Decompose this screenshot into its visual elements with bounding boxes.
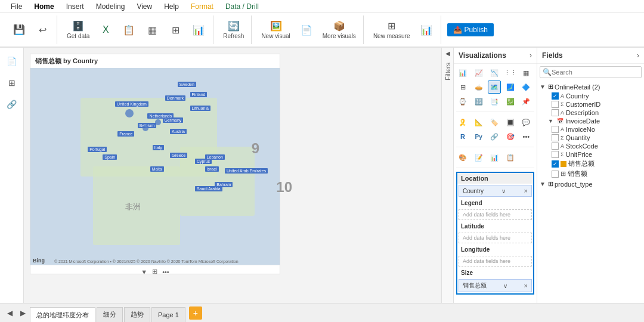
viz-custom-1-icon[interactable]: 🔗 [488,130,501,143]
location-remove-icon[interactable]: × [524,187,528,194]
viz-format-icon[interactable]: 📝 [472,151,485,164]
grid-button[interactable]: ⊞ [165,23,186,38]
field-sales-total[interactable]: 销售总额 [537,159,644,169]
map-marker-fi[interactable]: Finland [190,92,208,97]
viz-fields-icon[interactable]: 📋 [504,151,517,164]
menu-file[interactable]: File [5,1,28,12]
visualizations-expand[interactable]: › [530,51,532,60]
viz-table-icon[interactable]: ▦ [519,66,532,79]
map-marker-uae[interactable]: United Arab Emirates [225,168,268,174]
table-product-type[interactable]: ▼ ⊞ product_type [537,179,644,189]
viz-filled-map-icon[interactable]: 🗾 [504,80,517,94]
viz-waterfall-icon[interactable]: 💹 [504,95,517,108]
fields-expand[interactable]: › [637,51,639,60]
map-marker-gr[interactable]: Greece [170,153,187,158]
map-marker-es[interactable]: Spain [103,154,117,160]
field-unitprice[interactable]: Σ UnitPrice [537,150,644,159]
map-marker-dk[interactable]: Denmark [165,95,185,101]
menu-view[interactable]: View [131,1,158,12]
viz-analytics-icon[interactable]: 📊 [488,151,501,164]
focus-tool[interactable]: ⊞ [152,268,157,275]
copy-visual-button[interactable]: 📄 [296,23,317,38]
check-quantity[interactable] [552,134,559,141]
tab-prev-button[interactable]: ◀ [4,307,16,319]
viz-ribbon-icon[interactable]: 🎗️ [456,116,469,129]
field-invoicedate-group[interactable]: ▼ 📅 InvoiceDate [537,117,644,125]
check-description[interactable] [552,109,559,116]
field-customerid[interactable]: Σ CustomerID [537,100,644,109]
viz-bar-icon[interactable]: 📊 [456,66,469,79]
get-data-button[interactable]: 🗄️ Get data [63,18,93,41]
viz-pie-icon[interactable]: 🥧 [472,80,485,94]
check-unitprice[interactable] [552,151,559,158]
check-invoiceno[interactable] [552,126,559,133]
map-marker-de[interactable]: Germany [163,117,184,123]
viz-r-icon[interactable]: R [456,130,469,143]
menu-data-drill[interactable]: Data / Drill [219,1,265,12]
check-stockcode[interactable] [552,143,559,150]
map-marker-sw[interactable]: Sweden [178,82,196,87]
map-marker-uk[interactable]: United Kingdom [115,101,148,107]
map-marker-pt[interactable]: Portugal [88,147,107,152]
refresh-button[interactable]: 🔄 Refresh [219,18,247,41]
viz-scatter-icon[interactable]: ⋮⋮ [504,66,517,79]
location-chevron-icon[interactable]: ∨ [501,188,506,194]
viz-combo-icon[interactable]: 📐 [472,116,485,129]
check-sales-total[interactable] [552,160,559,168]
latitude-placeholder[interactable]: Add data fields here [459,233,532,243]
tab-next-button[interactable]: ▶ [17,307,29,319]
table-online-retail[interactable]: ▼ ⊞ OnlineRetail (2) [537,82,644,92]
menu-home[interactable]: Home [28,1,60,12]
check-sales[interactable] [552,171,559,178]
new-measure-button[interactable]: ⊞ New measure [370,18,414,41]
undo-button[interactable]: ↩ [32,23,53,38]
menu-modeling[interactable]: Modeling [90,1,131,12]
map-marker-it[interactable]: Italy [153,145,164,150]
menu-help[interactable]: Help [158,1,185,12]
viz-area-icon[interactable]: 📉 [488,66,501,79]
menu-format[interactable]: Format [185,1,219,12]
filters-collapse-arrow[interactable]: ◀ [445,50,450,57]
map-marker-mt[interactable]: Malta [150,166,164,172]
more-visuals-button[interactable]: 📦 More visuals [319,18,360,41]
chart-button[interactable]: 📊 [188,23,209,38]
tab-page1[interactable]: Page 1 [151,307,185,323]
viz-qa-icon[interactable]: 💬 [519,116,532,129]
tab-segment[interactable]: 细分 [97,307,123,323]
table-button[interactable]: ▦ [141,23,163,38]
map-marker-fr[interactable]: France [117,131,134,137]
filter-tool[interactable]: ▼ [141,268,147,275]
size-field[interactable]: 销售总额 ∨ × [459,279,532,292]
tab-geo[interactable]: 总的地理纬度分布 [30,307,95,323]
viz-matrix-icon[interactable]: ⊞ [456,80,469,94]
model-icon[interactable]: 🔗 [3,95,21,113]
map-marker-lt[interactable]: Lithuania [190,106,210,111]
viz-multirow-icon[interactable]: 📑 [488,95,501,108]
more-tool[interactable]: ••• [162,268,169,275]
location-field[interactable]: Country ∨ × [459,185,532,197]
viz-dots-icon[interactable]: ••• [519,130,532,143]
publish-button[interactable]: 📤 Publish [447,23,494,36]
filters-panel[interactable]: ◀ Filters [441,48,453,303]
check-country[interactable] [552,92,559,100]
size-chevron-icon[interactable]: ∨ [503,283,507,289]
viz-gauge-icon[interactable]: ⌚ [456,95,469,108]
add-page-button[interactable]: + [189,306,202,320]
new-visual-button[interactable]: 🖼️ New visual [258,18,293,41]
data-icon[interactable]: ⊞ [3,74,21,92]
field-sales[interactable]: ⊞ 销售额 [537,169,644,179]
field-stockcode[interactable]: A StockCode [537,142,644,150]
check-customerid[interactable] [552,101,559,108]
excel-button[interactable]: X [95,23,116,37]
viz-py-icon[interactable]: Py [472,130,485,143]
map-marker-il[interactable]: Israel [205,166,219,172]
map-marker-bh[interactable]: Bahrain [215,182,233,187]
field-description[interactable]: A Description [537,109,644,117]
fields-search-box[interactable]: 🔍 [540,66,642,78]
field-country[interactable]: A Country [537,92,644,100]
save-button[interactable]: 💾 [8,22,30,38]
viz-map-icon[interactable]: 🗺️ [488,80,501,94]
size-remove-icon[interactable]: × [524,282,528,289]
copy-button[interactable]: 📋 [118,23,140,38]
report-icon[interactable]: 📄 [3,52,21,70]
